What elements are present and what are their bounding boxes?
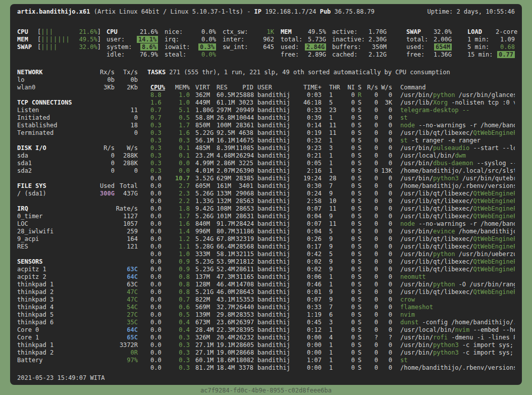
cell: 8.8 [147,91,168,99]
cell: 0 [365,190,378,198]
item-label: thinkpad 4 [17,304,84,311]
stat-value: 0.0% [195,28,216,36]
stat-value: 32.0% [431,28,452,36]
process-command: /usr/lib/qt/libexec/QtWebEnginePro [392,258,515,266]
command-segment: QtWebEnginePro [473,198,515,205]
terminal-window[interactable]: artix.bandithijo.x61 (Artix Linux 64bit … [10,4,522,385]
list-item: 9_acpi164 [17,235,138,243]
cell: 101M [217,213,236,220]
cell: 0 [339,137,355,144]
cell: 0.0 [147,319,168,326]
stat-value: 654M [431,43,452,51]
cell: 0 [378,122,392,129]
cell: 26390 [236,167,253,175]
item-value-1: 0 [84,160,115,167]
cell: 23.6M [217,319,236,326]
stat-key: idle: [107,51,137,59]
stat-value-text: 962 [263,36,274,43]
item-label: Battery [17,357,84,364]
command-segment: /usr/local/bin/ [400,326,455,333]
header-left: artix.bandithijo.x61 (Artix Linux 64bit … [17,8,375,16]
process-row: 0.01.75.26G101M28631bandithij0:0490S00/u… [147,213,515,220]
cell: 132M [217,198,236,205]
cell: 1 [322,357,339,364]
process-command: /usr/lib/qt/libexec/QtWebEnginePro [392,213,515,220]
command-segment: QtWebEnginePro [473,266,515,273]
process-row: 0.31.65.22G92.5M4638bandithij0:19110S00/… [147,129,515,137]
command-segment: -O /usr/bin/ranger [455,281,515,288]
process-command: /usr/lib/qt/libexec/QtWebEnginePro [392,266,515,273]
cell: 26397 [236,319,253,326]
command-segment: telegram-desktop -- [400,107,469,114]
item-value-1 [84,341,115,349]
command-segment: neomutt [400,273,426,280]
list-item: sda0288K [17,152,138,160]
item-value-2: 18 [115,122,138,129]
item-value-2: 0 [115,114,138,122]
cell: 850M [190,122,217,129]
process-row: 0.01.0333M58.1M32115bandithij0:4250S00/u… [147,251,515,258]
command-segment: /usr/lib/qt/libexec/ [400,288,473,295]
stat-value-text: 0.68 [500,43,515,51]
stat-value: 76.9% [137,51,158,59]
stat-row: inactive:2.30G [332,36,387,43]
cell: 0 [378,251,392,258]
cell: 0 [378,296,392,304]
cell: 5.21G [190,288,217,296]
cell: 161M [217,182,236,190]
cell: 0 [339,160,355,167]
cell: S [355,137,365,144]
command-segment: /home/bandithijo/.local/src/slstat [400,167,515,174]
cell: 0 [378,114,392,122]
cell: 0 [365,160,378,167]
cell: 0:00 [294,349,322,357]
stat-value-text: 645 [263,43,274,51]
cell: 0 [378,341,392,349]
cell: 0 [378,258,392,266]
command-segment: /usr/bin/ [400,349,433,356]
process-command: /usr/bin/rofi -dmenu -i -lines 8 - [392,334,515,341]
command-segment: nvim [400,311,415,318]
process-command: node --no-warnings -r /home/bandit [392,220,515,228]
cell: S [355,182,365,190]
cell: 0.0 [147,213,168,220]
cell: 605M [190,182,217,190]
list-item: Established18 [17,122,138,129]
process-command: /usr/bin/evince /home/bandithijo/d [392,228,515,235]
cell: 28668 [236,349,253,357]
cell: 32319 [236,235,253,243]
cell: 28424 [236,220,253,228]
cell: bandithij [253,349,294,357]
cell: 3378 [236,364,253,372]
stat-value-text: 2.30G [368,36,387,43]
cell: bandithij [253,273,294,281]
cell: bandithij [253,144,294,152]
stat-key: used: [281,43,305,51]
cell: 0.0 [147,190,168,198]
cell: 9 [322,266,339,273]
list-item: thinkpad 527C [17,311,138,319]
cell: 2.7 [168,182,190,190]
cell: bandithij [253,334,294,341]
cell: 2.07M [217,167,236,175]
list-item: RES121 [17,243,138,251]
process-command: neomutt [392,273,515,281]
cell: bandithij [253,319,294,326]
cell: 31186 [236,228,253,235]
process-row: 0.00.327.1M19.1M28605bandithij0:0010S00/… [147,341,515,349]
stat-row: total:2.00G [406,36,452,43]
public-ip-value: 36.75.88.79 [331,8,375,15]
cell: 11 [322,205,339,213]
cell: 0 [378,175,392,182]
cell: 0 [365,122,378,129]
command-segment: /usr/lib/qt/libexec/ [400,213,473,220]
cell: 58.8M [190,114,217,122]
usage-bar: ||| [41,28,79,36]
cell: 0 [339,364,355,372]
stat-value-text: 0.0% [201,36,216,43]
usage-bar: |||| [41,43,79,51]
cell: S [355,144,365,152]
load-column: LOAD2-core1 min:1.095 min:0.6815 min:0.7… [467,28,515,59]
item-label: Listen [17,107,84,114]
quicklook-panel: CPU[|||21.6%]MEM[|||||||49.5%]SWAP[||||3… [17,28,101,59]
